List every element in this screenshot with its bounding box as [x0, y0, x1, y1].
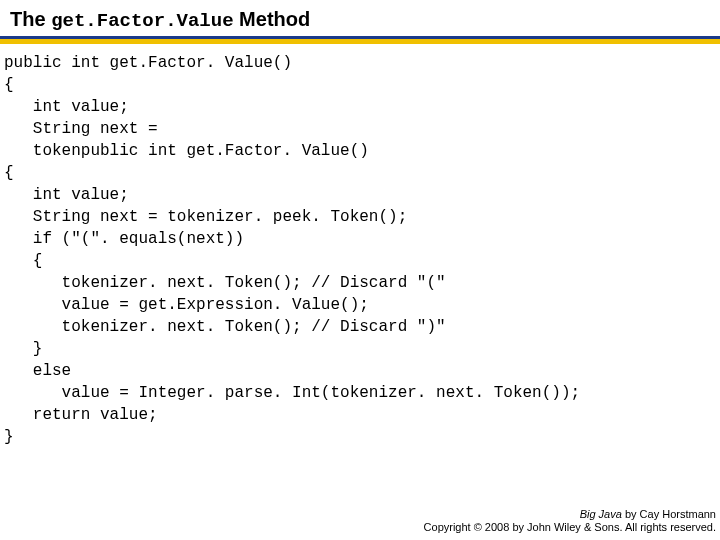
title-suffix: Method [234, 8, 311, 30]
footer-line2: Copyright © 2008 by John Wiley & Sons. A… [424, 521, 716, 534]
title-code: get.Factor.Value [51, 10, 233, 32]
code-block: public int get.Factor. Value() { int val… [0, 44, 720, 448]
footer-line1: Big Java by Cay Horstmann [424, 508, 716, 521]
footer: Big Java by Cay Horstmann Copyright © 20… [424, 508, 716, 534]
footer-author: by Cay Horstmann [622, 508, 716, 520]
slide-title: The get.Factor.Value Method [0, 0, 720, 36]
book-title: Big Java [580, 508, 622, 520]
title-prefix: The [10, 8, 51, 30]
